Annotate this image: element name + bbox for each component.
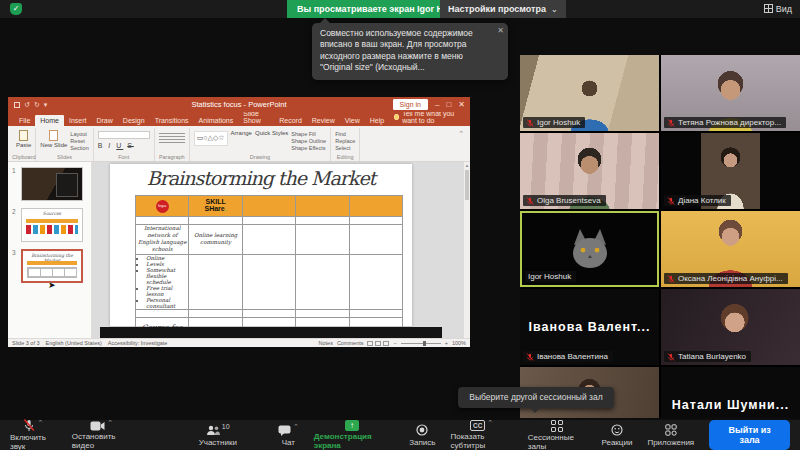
cat-image bbox=[560, 225, 620, 271]
camera-icon bbox=[90, 421, 105, 431]
ppt-status-bar: Slide 3 of 3 English (United States) Acc… bbox=[8, 338, 470, 347]
scrollbar-thumb[interactable] bbox=[465, 170, 469, 200]
participant-tile[interactable]: Olga Brusentseva bbox=[520, 133, 659, 209]
slide-thumbnail-1[interactable]: 1 bbox=[12, 167, 87, 201]
tab-view[interactable]: View bbox=[340, 115, 365, 126]
reactions-smiley-icon bbox=[611, 424, 623, 436]
zoom-slider[interactable] bbox=[401, 343, 441, 344]
view-mode-label: Вид bbox=[776, 4, 792, 14]
tab-design[interactable]: Design bbox=[118, 115, 150, 126]
minimize-icon[interactable]: – bbox=[435, 100, 439, 109]
captions-button[interactable]: CC ⌃ Показать субтитры bbox=[450, 420, 512, 450]
zoom-level[interactable]: 100% bbox=[452, 340, 466, 346]
table-cell: Online Levels Somewhat flexible schedule… bbox=[136, 254, 189, 309]
breakout-rooms-button[interactable]: Сессионные залы bbox=[528, 420, 587, 450]
tab-animations[interactable]: Animations bbox=[194, 115, 239, 126]
chevron-up-icon[interactable]: ⌃ bbox=[293, 423, 299, 431]
powerpoint-window: ↺ ↻ ▾ Statistics focus - PowerPoint Sign… bbox=[8, 97, 470, 347]
tab-help[interactable]: Help bbox=[365, 115, 389, 126]
participant-tile[interactable]: Іванова Валент... Іванова Валентина bbox=[520, 289, 659, 365]
participants-button[interactable]: 10 Участники bbox=[199, 420, 237, 450]
security-shield-icon[interactable]: ✓ bbox=[10, 3, 22, 15]
tab-record[interactable]: Record bbox=[274, 115, 307, 126]
participant-nameplate: Igor Hoshuk bbox=[523, 117, 585, 128]
shapes-gallery[interactable]: ▭○△◇☆ bbox=[194, 131, 228, 146]
collapse-ribbon-icon[interactable]: ⌃ bbox=[454, 128, 468, 161]
zoom-out-icon[interactable]: − bbox=[393, 340, 396, 346]
slide-2-preview: Sources bbox=[21, 208, 83, 242]
tab-home[interactable]: Home bbox=[35, 115, 64, 126]
reactions-button[interactable]: Реакции bbox=[601, 420, 632, 450]
record-icon bbox=[416, 424, 428, 436]
participant-tile[interactable]: Діана Котлик bbox=[661, 133, 800, 209]
stop-video-button[interactable]: ⌃ Остановить видео bbox=[72, 420, 132, 450]
participant-tile-active-speaker[interactable]: Igor Hoshuk bbox=[520, 211, 659, 287]
find-button[interactable]: Find bbox=[335, 131, 355, 137]
shape-outline-button[interactable]: Shape Outline bbox=[291, 138, 326, 144]
close-icon[interactable]: ✕ bbox=[497, 26, 504, 37]
select-button[interactable]: Select bbox=[335, 145, 355, 151]
tab-file[interactable]: File bbox=[14, 115, 35, 126]
muted-mic-icon bbox=[667, 353, 675, 361]
close-icon[interactable]: ✕ bbox=[458, 100, 465, 109]
unmute-button[interactable]: ⌃ Включить звук bbox=[10, 420, 57, 450]
scroll-up-icon[interactable]: ▴ bbox=[466, 162, 469, 168]
view-settings-button[interactable]: Настройки просмотра⌄ bbox=[440, 0, 566, 18]
chevron-up-icon[interactable]: ⌃ bbox=[487, 419, 493, 427]
participant-tile[interactable]: Оксана Леонідівна Ануфрі... bbox=[661, 211, 800, 287]
chat-button[interactable]: ⌃ Чат bbox=[278, 420, 299, 450]
slide-1-preview bbox=[21, 167, 83, 201]
notes-button[interactable]: Notes bbox=[319, 340, 333, 346]
restore-icon[interactable]: □ bbox=[446, 100, 451, 109]
slide-thumbnail-3-selected[interactable]: 3 Brainstorming the Market bbox=[12, 249, 87, 283]
paragraph-buttons[interactable] bbox=[159, 129, 185, 143]
strikethrough-button[interactable]: S bbox=[127, 142, 134, 149]
current-slide[interactable]: Brainstorming the Market lingua SKILLSHa… bbox=[110, 164, 412, 326]
tab-insert[interactable]: Insert bbox=[64, 115, 92, 126]
layout-button[interactable]: Layout bbox=[70, 131, 88, 137]
record-button[interactable]: Запись bbox=[409, 420, 435, 450]
participant-tile[interactable]: Tatiana Burlayenko bbox=[661, 289, 800, 365]
accessibility-label[interactable]: Accessibility: Investigate bbox=[108, 340, 168, 346]
leave-room-button[interactable]: Выйти из зала bbox=[709, 420, 790, 450]
italic-button[interactable]: I bbox=[108, 142, 112, 149]
replace-button[interactable]: Replace bbox=[335, 138, 355, 144]
slides-group-label: Slides bbox=[36, 154, 92, 160]
reset-button[interactable]: Reset bbox=[70, 138, 88, 144]
tab-draw[interactable]: Draw bbox=[91, 115, 117, 126]
language-label[interactable]: English (United States) bbox=[46, 340, 102, 346]
participant-tile[interactable]: Igor Hoshuk bbox=[520, 55, 659, 131]
apps-button[interactable]: Приложения bbox=[647, 420, 694, 450]
font-name-box[interactable] bbox=[98, 131, 150, 139]
zoom-in-icon[interactable]: + bbox=[445, 340, 448, 346]
participant-tile[interactable]: Натали Шумни... Натали Шумник-Кучак bbox=[661, 367, 800, 418]
tab-review[interactable]: Review bbox=[307, 115, 340, 126]
section-button[interactable]: Section bbox=[70, 145, 88, 151]
chevron-up-icon[interactable]: ⌃ bbox=[37, 419, 43, 427]
apps-icon bbox=[665, 424, 677, 436]
slide-3-preview: Brainstorming the Market bbox=[21, 249, 83, 283]
share-screen-label: Демонстрация экрана bbox=[314, 432, 390, 450]
bold-button[interactable]: B bbox=[98, 142, 105, 149]
participant-tile[interactable]: Тетяна Рожнова директор... bbox=[661, 55, 800, 131]
slide-thumbnail-2[interactable]: 2 Sources bbox=[12, 208, 87, 242]
paste-icon bbox=[19, 130, 28, 141]
arrange-button[interactable]: Arrange bbox=[231, 129, 252, 136]
new-slide-button[interactable]: New Slide bbox=[40, 129, 67, 148]
underline-button[interactable]: U bbox=[116, 142, 123, 149]
sign-in-button[interactable]: Sign in bbox=[393, 99, 428, 110]
shape-fill-button[interactable]: Shape Fill bbox=[291, 131, 326, 137]
shape-effects-button[interactable]: Shape Effects bbox=[291, 145, 326, 151]
view-mode-icons[interactable] bbox=[367, 341, 389, 346]
view-mode-button[interactable]: Вид bbox=[764, 0, 792, 18]
share-screen-button[interactable]: ↑ Демонстрация экрана bbox=[314, 420, 390, 450]
paste-button[interactable]: Paste bbox=[16, 129, 31, 148]
muted-mic-icon bbox=[526, 119, 534, 127]
toast-text: Совместно используемое содержимое вписан… bbox=[320, 28, 473, 72]
quick-styles-button[interactable]: Quick Styles bbox=[255, 129, 288, 136]
chevron-up-icon[interactable]: ⌃ bbox=[107, 419, 113, 427]
slide-thumbnail-panel: 1 2 Sources 3 Brainstorming the Market bbox=[8, 162, 92, 338]
vertical-scrollbar[interactable]: ▴ bbox=[463, 162, 470, 338]
tab-transitions[interactable]: Transitions bbox=[150, 115, 194, 126]
comments-button[interactable]: Comments bbox=[337, 340, 364, 346]
